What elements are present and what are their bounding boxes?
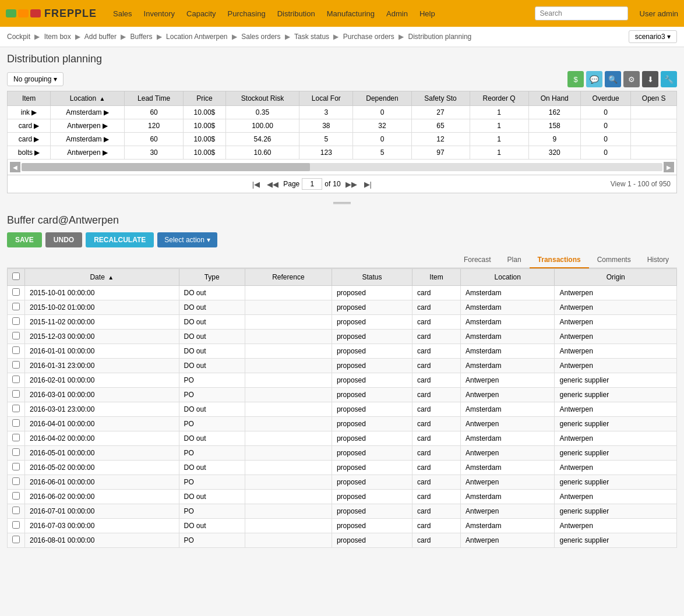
row-checkbox[interactable] [12,390,20,398]
cell-item[interactable]: card ▶ [8,119,51,133]
nav-link-sales[interactable]: Sales [108,7,137,20]
last-page-btn[interactable]: ▶| [362,179,374,189]
h-scroll-left[interactable]: ◀ [10,162,20,172]
col-date[interactable]: Date ▲ [25,269,179,286]
breadcrumb-cockpit[interactable]: Cockpit [7,33,30,41]
row-checkbox[interactable] [12,376,20,383]
comment-icon-btn[interactable]: 💬 [586,71,602,87]
download-icon-btn[interactable]: ⬇ [642,71,658,87]
row-checkbox-cell[interactable] [8,300,25,315]
row-checkbox-cell[interactable] [8,388,25,402]
col-item[interactable]: Item [412,269,460,286]
breadcrumb-location-antwerpen[interactable]: Location Antwerpen [166,33,227,41]
cell-item[interactable]: ink ▶ [8,106,51,119]
row-checkbox[interactable] [12,477,20,485]
cell-reference[interactable] [245,446,332,461]
row-checkbox[interactable] [12,405,20,412]
col-leadtime[interactable]: Lead Time [125,91,184,106]
col-price[interactable]: Price [184,91,226,106]
cell-reference[interactable] [245,373,332,388]
user-menu[interactable]: User admin [640,9,678,18]
nav-link-admin[interactable]: Admin [382,7,412,20]
row-checkbox-cell[interactable] [8,446,25,461]
save-button[interactable]: SAVE [7,232,42,247]
row-checkbox[interactable] [12,332,20,339]
row-checkbox-cell[interactable] [8,490,25,504]
cell-reference[interactable] [245,402,332,417]
cell-reference[interactable] [245,315,332,330]
recalculate-button[interactable]: RECALCULATE [86,232,154,247]
col-location[interactable]: Location ▲ [51,91,125,106]
col-reference[interactable]: Reference [245,269,332,286]
row-checkbox[interactable] [12,288,20,296]
row-checkbox[interactable] [12,303,20,310]
cell-reference[interactable] [245,519,332,533]
row-checkbox[interactable] [12,492,20,500]
cell-reference[interactable] [245,490,332,504]
row-checkbox-cell[interactable] [8,402,25,417]
tab-forecast[interactable]: Forecast [456,252,499,268]
nav-link-distribution[interactable]: Distribution [273,7,320,20]
col-reorder[interactable]: Reorder Q [470,91,528,106]
row-checkbox-cell[interactable] [8,519,25,533]
row-checkbox-cell[interactable] [8,417,25,431]
col-safety-stock[interactable]: Safety Sto [411,91,470,106]
row-checkbox[interactable] [12,419,20,427]
row-checkbox[interactable] [12,346,20,354]
cell-item[interactable]: card ▶ [8,133,51,146]
row-checkbox-cell[interactable] [8,461,25,475]
breadcrumb-buffers[interactable]: Buffers [131,33,153,41]
cell-location[interactable]: Antwerpen ▶ [51,146,125,160]
col-overdue[interactable]: Overdue [580,91,630,106]
cell-item[interactable]: bolts ▶ [8,146,51,160]
row-checkbox-cell[interactable] [8,533,25,548]
settings-icon-btn[interactable]: ⚙ [623,71,640,87]
scenario-dropdown[interactable]: scenario3 ▾ [629,30,677,43]
col-local-for[interactable]: Local For [299,91,353,106]
first-page-btn[interactable]: |◀ [250,179,262,189]
col-status[interactable]: Status [332,269,412,286]
cell-reference[interactable] [245,344,332,359]
wrench-icon-btn[interactable]: 🔧 [661,71,677,87]
nav-link-inventory[interactable]: Inventory [139,7,179,20]
h-scroll-track[interactable] [22,163,662,171]
row-checkbox-cell[interactable] [8,344,25,359]
col-location[interactable]: Location [461,269,555,286]
breadcrumb-purchase-orders[interactable]: Purchase orders [343,33,394,41]
row-checkbox[interactable] [12,317,20,325]
row-checkbox[interactable] [12,361,20,369]
row-checkbox-cell[interactable] [8,373,25,388]
cell-reference[interactable] [245,504,332,519]
row-checkbox-cell[interactable] [8,330,25,344]
row-checkbox[interactable] [12,434,20,441]
search-input[interactable] [535,6,628,20]
dollar-icon-btn[interactable]: $ [567,71,584,87]
cell-location[interactable]: Antwerpen ▶ [51,119,125,133]
cell-reference[interactable] [245,431,332,446]
cell-reference[interactable] [245,330,332,344]
col-type[interactable]: Type [179,269,245,286]
col-dependent[interactable]: Dependen [353,91,411,106]
col-origin[interactable]: Origin [555,269,677,286]
cell-reference[interactable] [245,533,332,548]
h-scroll-right[interactable]: ▶ [664,162,674,172]
grouping-dropdown[interactable]: No grouping ▾ [7,72,64,86]
row-checkbox-cell[interactable] [8,431,25,446]
breadcrumb-sales-orders[interactable]: Sales orders [241,33,280,41]
cell-location[interactable]: Amsterdam ▶ [51,133,125,146]
nav-link-capacity[interactable]: Capacity [182,7,221,20]
row-checkbox-cell[interactable] [8,504,25,519]
breadcrumb-task-status[interactable]: Task status [294,33,329,41]
row-checkbox[interactable] [12,448,20,456]
prev-page-btn[interactable]: ◀◀ [265,179,281,189]
cell-reference[interactable] [245,475,332,490]
select-action-button[interactable]: Select action ▾ [157,232,217,247]
tab-plan[interactable]: Plan [499,252,530,268]
row-checkbox-cell[interactable] [8,475,25,490]
cell-reference[interactable] [245,359,332,373]
cell-location[interactable]: Amsterdam ▶ [51,106,125,119]
row-checkbox[interactable] [12,507,20,514]
row-checkbox[interactable] [12,536,20,543]
nav-link-help[interactable]: Help [415,7,440,20]
row-checkbox-cell[interactable] [8,315,25,330]
